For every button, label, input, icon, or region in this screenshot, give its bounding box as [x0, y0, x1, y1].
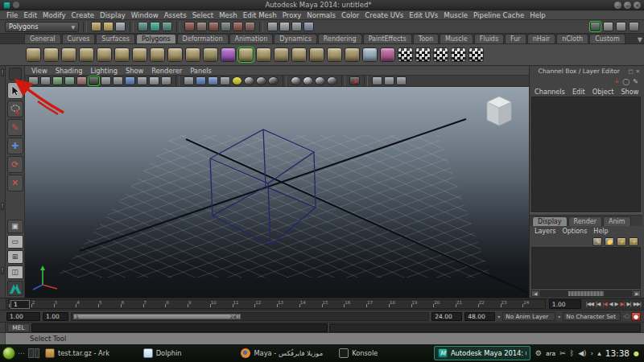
task-firefox[interactable]: Maya - موزيلا فايرفُكس	[237, 346, 334, 360]
shaded-mode-icon[interactable]	[196, 76, 206, 85]
snap-to-projected-center-icon[interactable]	[221, 22, 231, 31]
panel-toggle-handle[interactable]	[1, 267, 4, 274]
menu-lighting[interactable]: Lighting	[90, 67, 118, 75]
step-forward-frame-button[interactable]: ▶|	[626, 301, 632, 307]
menu-window[interactable]: Window	[131, 11, 159, 19]
layer-list[interactable]	[531, 247, 641, 289]
single-pane-layout-button[interactable]: ▭	[7, 235, 23, 249]
menu-show[interactable]: Show	[126, 67, 143, 75]
tab-surfaces[interactable]: Surfaces	[96, 34, 135, 43]
safe-action-icon[interactable]	[149, 76, 159, 85]
play-backwards-button[interactable]: ◀	[608, 301, 613, 307]
render-current-frame-icon[interactable]	[279, 22, 290, 31]
chevron-down-icon[interactable]: ▾	[558, 314, 560, 319]
share-view-icon[interactable]	[396, 76, 407, 85]
no-manipulator-icon[interactable]: ◯	[622, 78, 630, 85]
play-forwards-button[interactable]: ▶	[613, 301, 618, 307]
select-by-object-icon[interactable]	[150, 22, 160, 31]
automatic-mapping-icon[interactable]	[451, 47, 466, 62]
current-frame-indicator[interactable]: 1	[10, 300, 30, 309]
desktop-pager[interactable]	[28, 348, 39, 358]
snap-to-curve-icon[interactable]	[196, 22, 207, 31]
tab-animation[interactable]: Animation	[229, 34, 274, 43]
frame-24[interactable]: 24	[522, 300, 545, 308]
shade-sphere-2-icon[interactable]	[315, 76, 325, 85]
menu-pipeline-cache[interactable]: Pipeline Cache	[473, 11, 524, 19]
playback-end-field[interactable]: 24.00	[431, 312, 462, 321]
tab-display[interactable]: Display	[532, 216, 568, 226]
uv-editor-icon[interactable]	[469, 47, 484, 62]
tray-end-icon[interactable]: ●	[634, 350, 639, 357]
go-to-end-button[interactable]: ▶▶|	[633, 301, 642, 307]
poly-cube-icon[interactable]	[43, 47, 59, 62]
rotate-tool[interactable]: ⟳	[7, 156, 23, 173]
chevron-down-icon[interactable]: ▾	[497, 314, 500, 319]
divider[interactable]	[176, 22, 180, 32]
step-forward-key-button[interactable]: ▶|	[619, 301, 625, 307]
append-to-polygon-icon[interactable]	[345, 47, 360, 62]
scroll-right-arrow[interactable]: ▶	[633, 290, 641, 297]
task-konsole[interactable]: Konsole	[336, 346, 432, 360]
menu-edit-mesh[interactable]: Edit Mesh	[243, 11, 277, 19]
volume-icon[interactable]: ◀)	[578, 349, 586, 357]
scroll-thumb[interactable]	[568, 291, 605, 296]
combine-icon[interactable]	[256, 47, 271, 62]
speed-manipulator-icon[interactable]: ✎	[633, 78, 638, 85]
isolate-select-icon[interactable]: ➤	[349, 76, 360, 85]
menu-help[interactable]: Help	[530, 11, 546, 19]
poly-plane-icon[interactable]	[97, 47, 112, 62]
frame-16[interactable]: 16	[344, 300, 366, 308]
auto-keyframe-toggle[interactable]: ●	[631, 312, 641, 321]
poly-pipe-icon[interactable]	[167, 47, 183, 62]
last-tool-icon[interactable]: ▣	[7, 220, 23, 233]
highlight-selection-mode-icon[interactable]	[590, 22, 601, 31]
poly-cone-icon[interactable]	[79, 47, 94, 62]
select-by-hierarchy-icon[interactable]	[138, 22, 148, 31]
shade-sphere-3-icon[interactable]	[327, 76, 337, 85]
camera-select-icon[interactable]	[28, 76, 39, 85]
smooth-icon[interactable]	[327, 47, 342, 62]
frame-5[interactable]: 5	[98, 300, 121, 308]
menu-select[interactable]: Select	[192, 11, 214, 19]
film-gate-icon[interactable]	[101, 76, 111, 85]
motion-blur-icon[interactable]	[268, 76, 279, 85]
create-layer-from-selected-icon[interactable]: +	[629, 237, 638, 246]
poly-prism-icon[interactable]	[132, 47, 147, 62]
frame-23[interactable]: 23	[501, 300, 523, 308]
menu-layers[interactable]: Layers	[535, 228, 555, 235]
menu-help[interactable]: Help	[593, 228, 608, 235]
frame-10[interactable]: 10	[210, 300, 233, 308]
viewport-canvas[interactable]	[25, 87, 529, 298]
new-scene-icon[interactable]	[91, 22, 101, 31]
menu-show[interactable]: Show	[621, 88, 638, 96]
gate-mask-icon[interactable]	[125, 76, 135, 85]
menu-mesh[interactable]: Mesh	[219, 11, 237, 19]
extract-icon[interactable]	[291, 47, 307, 62]
edit-layer-icon[interactable]: ✎	[592, 237, 602, 246]
minimize-button[interactable]: ⌄	[614, 2, 621, 9]
maximize-button[interactable]: ▫	[624, 2, 631, 9]
tab-ncloth[interactable]: nCloth	[556, 34, 588, 43]
frame-13[interactable]: 13	[277, 300, 299, 308]
help-line-handle[interactable]	[0, 333, 6, 344]
menu-object[interactable]: Object	[592, 88, 614, 96]
frame-7[interactable]: 7	[143, 300, 166, 308]
tab-custom[interactable]: Custom	[589, 34, 625, 43]
menu-assets[interactable]: Assets	[164, 11, 187, 19]
scale-tool[interactable]: ✕	[7, 175, 23, 191]
frame-8[interactable]: 8	[165, 300, 188, 308]
create-empty-layer-icon[interactable]: +	[617, 237, 626, 246]
frame-6[interactable]: 6	[121, 300, 143, 308]
lighting-icon[interactable]	[291, 76, 301, 85]
save-scene-icon[interactable]	[115, 22, 126, 31]
dock-icon[interactable]: □	[628, 68, 633, 75]
poly-pyramid-icon[interactable]	[150, 47, 165, 62]
render-settings-icon[interactable]	[303, 22, 314, 31]
range-groove[interactable]: 1 24	[71, 312, 429, 321]
activities-widget[interactable]: ⋯	[18, 349, 26, 357]
camera-attributes-icon[interactable]	[40, 76, 51, 85]
tab-general[interactable]: General	[24, 34, 61, 43]
divider[interactable]	[130, 22, 134, 32]
range-end-handle[interactable]	[236, 314, 238, 319]
frame-2[interactable]: 2	[31, 300, 54, 308]
